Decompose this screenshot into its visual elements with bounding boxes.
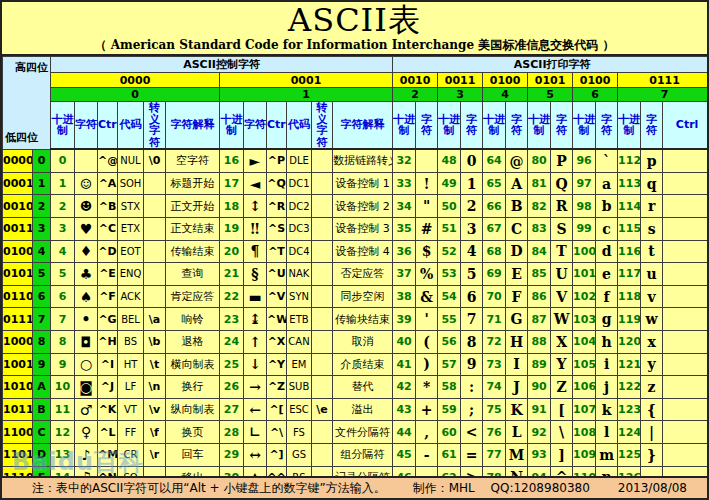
cell-code: SUB bbox=[287, 376, 312, 399]
cell-decimal: 67 bbox=[483, 217, 506, 240]
cell-char: 3 bbox=[461, 217, 483, 240]
cell-decimal: 104 bbox=[573, 330, 596, 353]
cell-decimal: 36 bbox=[393, 240, 416, 263]
table-row: 011066♠^FACK肯定应答22▬^VSYN同步空闲38&54670F86V… bbox=[3, 285, 709, 308]
cell-ctrl: ^@ bbox=[98, 149, 118, 172]
cell-decimal: 66 bbox=[483, 195, 506, 218]
cell-char: [ bbox=[551, 398, 573, 421]
footer-maker: 制作：MHL QQ:1208980380 bbox=[413, 480, 590, 497]
cell-code: EOT bbox=[118, 240, 144, 263]
cell-code: DLE bbox=[287, 149, 312, 172]
cell-escape bbox=[312, 195, 333, 218]
cell-decimal: 71 bbox=[483, 308, 506, 331]
col-label-char: 字符 bbox=[461, 102, 483, 150]
hex-header: 4 bbox=[483, 88, 528, 102]
cell-char: C bbox=[506, 217, 528, 240]
cell-decimal: 70 bbox=[483, 285, 506, 308]
cell-ctrl bbox=[663, 398, 709, 421]
cell-explain: 传输结束 bbox=[166, 240, 220, 263]
cell-explain: 换页 bbox=[166, 421, 220, 444]
cell-char: ◙ bbox=[75, 376, 98, 399]
cell-explain: 设备控制 3 bbox=[333, 217, 393, 240]
cell-decimal: 125 bbox=[618, 443, 641, 466]
cell-code: SYN bbox=[287, 285, 312, 308]
cell-decimal: 26 bbox=[220, 376, 244, 399]
table-row: 100199○^IHT\t横向制表25↓^YEM介质结束41)57973I89Y… bbox=[3, 353, 709, 376]
cell-char: c bbox=[596, 217, 618, 240]
cell-binary: 1100 bbox=[3, 421, 33, 444]
col-label-code: 代码 bbox=[118, 102, 144, 150]
cell-escape bbox=[312, 172, 333, 195]
cell-ctrl: ^M bbox=[98, 443, 118, 466]
cell-decimal: 27 bbox=[220, 398, 244, 421]
cell-char: → bbox=[244, 376, 267, 399]
binary-header: 0000 bbox=[51, 73, 220, 88]
cell-decimal: 45 bbox=[393, 443, 416, 466]
cell-escape: \f bbox=[144, 421, 166, 444]
cell-char: ► bbox=[244, 149, 267, 172]
binary-header: 0100 bbox=[483, 73, 528, 88]
cell-char: W bbox=[551, 308, 573, 331]
table-row: 1010A10◙^JLF\n换行26→^ZSUB替代42*58:74J90Z10… bbox=[3, 376, 709, 399]
cell-char: < bbox=[461, 421, 483, 444]
cell-escape: \b bbox=[144, 330, 166, 353]
cell-char: M bbox=[506, 443, 528, 466]
cell-explain: 设备控制 4 bbox=[333, 240, 393, 263]
cell-decimal: 100 bbox=[573, 240, 596, 263]
header-hex-row: 0 1 2 3 4 5 6 7 bbox=[3, 88, 709, 102]
cell-decimal: 83 bbox=[528, 217, 551, 240]
cell-binary: 1010 bbox=[3, 376, 33, 399]
cell-hex: D bbox=[33, 443, 51, 466]
cell-char: f bbox=[596, 285, 618, 308]
table-row: 000111☺^ASOH标题开始17◄^QDC1设备控制 133!49165A8… bbox=[3, 172, 709, 195]
cell-decimal: 40 bbox=[393, 330, 416, 353]
cell-decimal: 61 bbox=[438, 443, 461, 466]
col-label-esc: 转义字符 bbox=[312, 102, 333, 150]
cell-char: X bbox=[551, 330, 573, 353]
cell-char: 0 bbox=[461, 149, 483, 172]
cell-code: STX bbox=[118, 195, 144, 218]
cell-ctrl: ^P bbox=[267, 149, 287, 172]
cell-code: ETB bbox=[287, 308, 312, 331]
cell-decimal: 64 bbox=[483, 149, 506, 172]
footer-note: 注：表中的ASCII字符可以用“Alt + 小键盘上的数字键”方法输入。 bbox=[32, 480, 386, 497]
cell-decimal: 84 bbox=[528, 240, 551, 263]
cell-decimal: 88 bbox=[528, 330, 551, 353]
cell-decimal: 116 bbox=[618, 240, 641, 263]
cell-char: i bbox=[596, 353, 618, 376]
cell-ctrl: ^X bbox=[267, 330, 287, 353]
col-label-char: 字符 bbox=[641, 102, 663, 150]
cell-decimal: 53 bbox=[438, 263, 461, 286]
cell-decimal: 17 bbox=[220, 172, 244, 195]
cell-binary: 1101 bbox=[3, 443, 33, 466]
cell-char: ↨ bbox=[244, 308, 267, 331]
cell-escape: \v bbox=[144, 398, 166, 421]
footer-date: 2013/08/08 bbox=[618, 481, 687, 495]
cell-binary: 1000 bbox=[3, 330, 33, 353]
binary-header: 0010 bbox=[393, 73, 438, 88]
cell-decimal: 72 bbox=[483, 330, 506, 353]
cell-char bbox=[416, 149, 438, 172]
cell-decimal: 121 bbox=[618, 353, 641, 376]
cell-decimal: 22 bbox=[220, 285, 244, 308]
cell-decimal: 96 bbox=[573, 149, 596, 172]
cell-char: ; bbox=[461, 398, 483, 421]
cell-decimal: 43 bbox=[393, 398, 416, 421]
cell-binary: 0011 bbox=[3, 217, 33, 240]
cell-char: A bbox=[506, 172, 528, 195]
cell-decimal: 42 bbox=[393, 376, 416, 399]
cell-char: R bbox=[551, 195, 573, 218]
binary-header: 0001 bbox=[220, 73, 393, 88]
table-row: 010044♦^DEOT传输结束20¶^TDC4设备控制 436$52468D8… bbox=[3, 240, 709, 263]
col-label-dec: 十进制 bbox=[393, 102, 416, 150]
cell-escape: \a bbox=[144, 308, 166, 331]
cell-char: H bbox=[506, 330, 528, 353]
cell-char: 1 bbox=[461, 172, 483, 195]
cell-char: ♣ bbox=[75, 263, 98, 286]
header-type-row: 高四位 低四位 ASCII控制字符 ASCII打印字符 bbox=[3, 57, 709, 73]
cell-ctrl: ^] bbox=[267, 443, 287, 466]
header-columns-row: 十进制 字符 Ctrl 代码 转义字符 字符解释 十进制 字符 Ctrl 代码 … bbox=[3, 102, 709, 150]
corner-cell: 高四位 低四位 bbox=[3, 57, 51, 150]
cell-explain: 替代 bbox=[333, 376, 393, 399]
ascii-table: 高四位 低四位 ASCII控制字符 ASCII打印字符 0000 0001 00… bbox=[2, 56, 709, 500]
